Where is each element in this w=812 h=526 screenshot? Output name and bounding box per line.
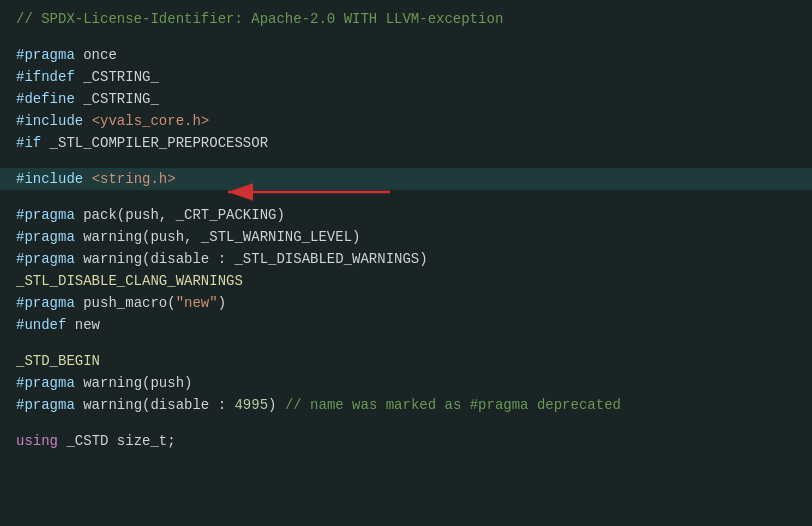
annotation-arrow (0, 0, 812, 526)
code-editor: // SPDX-License-Identifier: Apache-2.0 W… (0, 0, 812, 526)
